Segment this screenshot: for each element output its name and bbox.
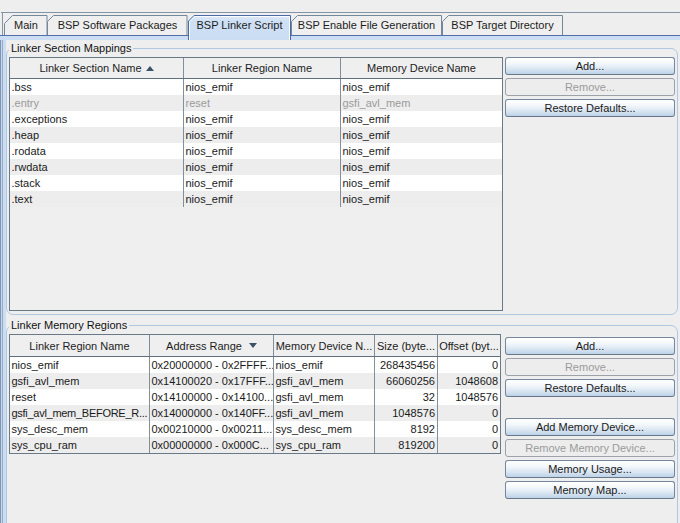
svg-text:BSP Target Directory: BSP Target Directory xyxy=(451,19,554,31)
svg-text:BSP Enable File Generation: BSP Enable File Generation xyxy=(298,19,435,31)
svg-text:BSP Software Packages: BSP Software Packages xyxy=(58,19,178,31)
svg-text:BSP Linker Script: BSP Linker Script xyxy=(196,19,282,31)
svg-text:Main: Main xyxy=(14,19,38,31)
